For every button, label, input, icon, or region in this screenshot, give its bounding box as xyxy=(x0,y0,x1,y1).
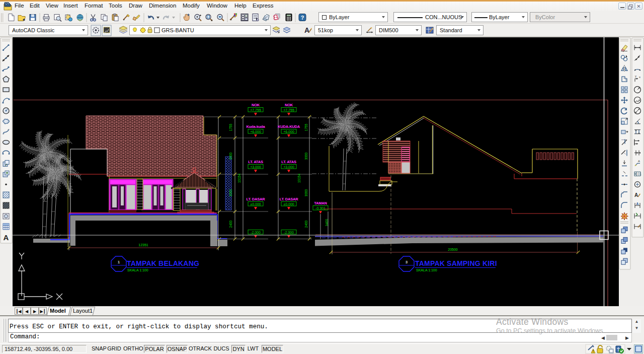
svg-text:3000: 3000 xyxy=(229,189,232,196)
svg-text:2400: 2400 xyxy=(304,220,308,228)
svg-text:Kuda-kuda: Kuda-kuda xyxy=(247,124,266,129)
svg-text:2400: 2400 xyxy=(229,220,232,228)
svg-text:A: A xyxy=(638,160,640,163)
svg-text:NOK: NOK xyxy=(285,103,293,107)
svg-text:-2.000: -2.000 xyxy=(284,231,294,234)
svg-text:NOK: NOK xyxy=(252,103,260,107)
svg-text:A: A xyxy=(636,202,639,205)
svg-text:A: A xyxy=(634,192,638,198)
svg-text:3000: 3000 xyxy=(229,152,232,160)
svg-text:+3.000: +3.000 xyxy=(283,165,294,169)
svg-text:+6.000: +6.000 xyxy=(250,130,261,133)
svg-text:10154: 10154 xyxy=(237,174,241,183)
svg-text:LT. DASAR: LT. DASAR xyxy=(247,197,266,201)
svg-text:-2.000: -2.000 xyxy=(251,231,261,234)
svg-text:A: A xyxy=(304,26,309,34)
svg-text:±0.000: ±0.000 xyxy=(283,202,294,206)
svg-text:LT. ATAS: LT. ATAS xyxy=(248,160,263,164)
svg-text:3: 3 xyxy=(406,260,408,264)
svg-text:12351: 12351 xyxy=(138,243,148,247)
svg-text:LT. ATAS: LT. ATAS xyxy=(281,160,296,164)
svg-text:10154: 10154 xyxy=(297,174,301,183)
svg-text:+7.755: +7.755 xyxy=(250,108,261,112)
svg-text:?: ? xyxy=(301,15,304,21)
svg-text:TAMPAK SAMPING KIRI: TAMPAK SAMPING KIRI xyxy=(415,259,497,267)
svg-text:3000: 3000 xyxy=(304,189,308,196)
svg-text:±0.000: ±0.000 xyxy=(250,202,261,206)
svg-text:x: x xyxy=(639,76,640,79)
svg-text:A: A xyxy=(4,233,9,242)
svg-text:KUDA-KUDA: KUDA-KUDA xyxy=(278,124,300,129)
svg-text:+7.755: +7.755 xyxy=(283,108,294,112)
svg-text:1: 1 xyxy=(118,260,120,264)
svg-text:SKALA 1:100: SKALA 1:100 xyxy=(416,268,437,272)
svg-text:1755: 1755 xyxy=(229,123,232,131)
svg-text:!: ! xyxy=(593,349,594,353)
svg-text:01: 01 xyxy=(637,172,641,176)
svg-text:+3.000: +3.000 xyxy=(250,165,261,169)
svg-text:20500: 20500 xyxy=(448,248,458,251)
svg-text:y: y xyxy=(635,75,636,78)
svg-text:SKALA 1:100: SKALA 1:100 xyxy=(127,268,148,272)
svg-text:1755: 1755 xyxy=(304,123,308,131)
svg-text:TAMAN: TAMAN xyxy=(314,201,327,205)
svg-text:TAMPAK BELAKANG: TAMPAK BELAKANG xyxy=(127,259,199,267)
svg-text:LT. DASAR: LT. DASAR xyxy=(280,197,299,201)
svg-text:+6.000: +6.000 xyxy=(283,130,294,133)
svg-text:3000: 3000 xyxy=(304,152,308,160)
